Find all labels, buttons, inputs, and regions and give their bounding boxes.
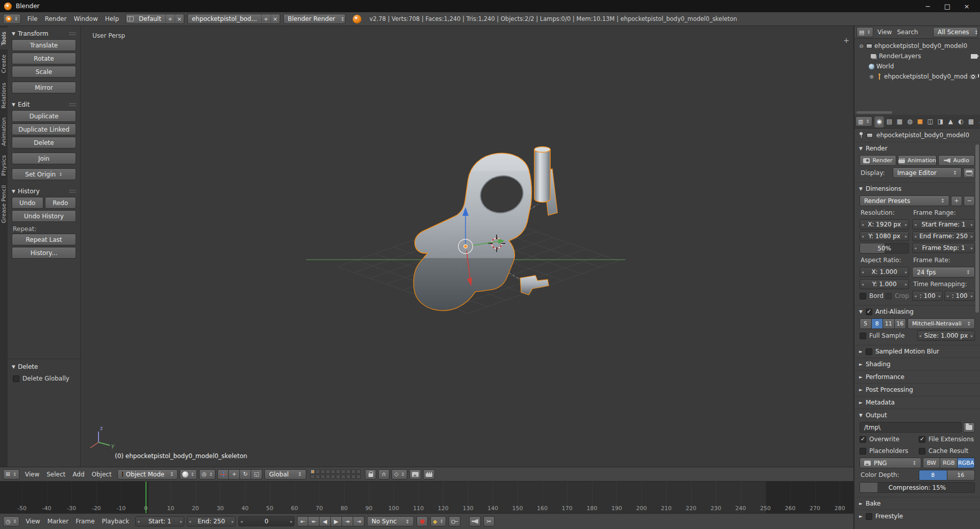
duplicate-linked-button[interactable]: Duplicate Linked xyxy=(12,123,76,135)
delete-globally-checkbox[interactable] xyxy=(13,375,19,382)
browse-folder-button[interactable] xyxy=(963,422,975,433)
panel-header-sampled-motion-blur[interactable]: ►Sampled Motion Blur xyxy=(854,345,980,358)
time-remap-new-field[interactable]: : 100 xyxy=(944,291,975,301)
panel-header-dimensions[interactable]: ▼ Dimensions xyxy=(854,183,980,195)
viewport-canvas[interactable]: z y xyxy=(0,26,853,467)
panel-header-shading[interactable]: ►Shading xyxy=(854,358,980,370)
properties-tab-modifiers[interactable]: ◨ xyxy=(936,116,945,128)
repeat-last-button[interactable]: Repeat Last xyxy=(12,234,76,245)
layer-toggle-4[interactable] xyxy=(326,469,330,474)
translate-manipulator-toggle[interactable]: + xyxy=(229,469,240,480)
scale-button[interactable]: Scale xyxy=(12,66,76,78)
layer-toggle-2[interactable] xyxy=(315,469,320,474)
duplicate-button[interactable]: Duplicate xyxy=(12,110,76,122)
start-frame-field[interactable]: Start: 1 xyxy=(135,516,184,526)
properties-tab-scene[interactable]: ▦ xyxy=(895,116,904,128)
end-frame-field[interactable]: End: 250 xyxy=(187,516,236,526)
layer-toggle-14[interactable] xyxy=(326,474,330,479)
pistol-barrel-cylinder[interactable] xyxy=(534,149,550,203)
drag-grip-icon[interactable] xyxy=(69,189,76,194)
menu-search[interactable]: Search xyxy=(894,27,920,37)
render-audio-button[interactable]: Audio xyxy=(938,155,975,166)
menu-render[interactable]: Render xyxy=(41,14,70,24)
properties-tab-particles[interactable]: ∴ xyxy=(976,116,980,128)
mirror-button[interactable]: Mirror xyxy=(12,82,76,93)
current-frame-indicator[interactable] xyxy=(145,482,146,513)
delete-scene-button[interactable]: × xyxy=(271,14,280,24)
menu-object[interactable]: Object xyxy=(88,469,115,480)
crop-checkbox[interactable] xyxy=(885,293,892,299)
layer-toggle-8[interactable] xyxy=(346,469,351,474)
delete-layout-button[interactable]: × xyxy=(175,14,184,24)
menu-frame[interactable]: Frame xyxy=(72,516,98,526)
full-sample-option[interactable]: Full Sample xyxy=(860,331,914,341)
operator-panel-header[interactable]: ▼ Delete xyxy=(8,360,80,372)
outliner-item-armature[interactable]: ⊕ ehpocketpistol_body0_mod xyxy=(855,71,979,82)
cache-result-checkbox[interactable] xyxy=(919,448,925,455)
full-sample-checkbox[interactable] xyxy=(860,333,866,339)
output-option-placeholders[interactable]: Placeholders xyxy=(860,446,916,456)
render-presets-select[interactable]: Render Presets xyxy=(860,195,949,206)
remove-preset-button[interactable]: − xyxy=(964,196,975,206)
properties-tab-data[interactable]: ▲ xyxy=(946,116,955,128)
pistol-model[interactable] xyxy=(408,147,557,317)
join-button[interactable]: Join xyxy=(12,153,76,164)
resolution-x-field[interactable]: X: 1920 px xyxy=(860,219,909,230)
selectability-icon[interactable] xyxy=(978,74,979,80)
properties-tab-material[interactable]: ◐ xyxy=(956,116,966,128)
opengl-render-button[interactable] xyxy=(409,469,421,480)
menu-select[interactable]: Select xyxy=(43,469,69,480)
keying-set-select[interactable]: ◆ xyxy=(430,516,446,526)
maximize-button[interactable]: □ xyxy=(938,1,957,11)
rotate-manipulator-toggle[interactable]: ↻ xyxy=(240,469,251,480)
history-button[interactable]: History... xyxy=(12,247,76,259)
aa-samples-5[interactable]: 5 xyxy=(860,318,872,329)
delete-button[interactable]: Delete xyxy=(12,137,76,148)
output-option-file-extensions[interactable]: File Extensions xyxy=(919,434,975,444)
screen-layout-selector[interactable]: Default + × xyxy=(126,14,184,24)
scale-manipulator-toggle[interactable]: ◱ xyxy=(251,469,262,480)
panel-header-anti-aliasing[interactable]: ▼ Anti-Aliasing xyxy=(854,306,980,318)
properties-tab-object[interactable]: ■ xyxy=(915,116,925,128)
filter-size-field[interactable]: Size: 1.000 px xyxy=(917,331,975,341)
panel-header-bake[interactable]: ►Bake xyxy=(854,497,980,510)
channels-rgb[interactable]: RGB xyxy=(940,458,958,468)
border-checkbox[interactable] xyxy=(860,293,866,299)
shelf-tab-physics[interactable]: Physics xyxy=(0,151,8,180)
undo-button[interactable]: Undo xyxy=(12,197,43,209)
timeline-ruler[interactable]: -50-40-30-20-100102030405060708090100110… xyxy=(0,481,853,513)
minimize-button[interactable]: − xyxy=(919,1,937,11)
pixel-filter-select[interactable]: Mitchell-Netravali xyxy=(908,318,975,329)
new-window-button[interactable] xyxy=(963,168,975,178)
renderable-icon[interactable] xyxy=(971,54,977,59)
frame-rate-select[interactable]: 24 fps xyxy=(912,267,975,278)
redo-button[interactable]: Redo xyxy=(45,197,77,209)
compression-slider[interactable]: Compression: 15% xyxy=(860,482,975,493)
layer-toggle-3[interactable] xyxy=(321,469,325,474)
orientation-select[interactable]: Global xyxy=(264,469,306,480)
color-depth-8[interactable]: 8 xyxy=(919,470,947,481)
opengl-render-anim-button[interactable] xyxy=(423,469,435,480)
layer-toggle-12[interactable] xyxy=(315,474,320,479)
render-button[interactable]: Render xyxy=(860,155,896,166)
audio-toggle-button[interactable] xyxy=(469,516,481,526)
menu-playback[interactable]: Playback xyxy=(99,516,133,526)
viewport-shading-select[interactable] xyxy=(180,469,198,480)
layer-toggle-20[interactable] xyxy=(356,474,361,479)
overwrite-checkbox[interactable] xyxy=(860,436,866,443)
scene-selector[interactable]: ehpocketpistol_bod... + × xyxy=(187,14,280,24)
snap-element-select[interactable]: ◇ xyxy=(391,469,407,480)
transport-jump-to-start[interactable]: ⇤ xyxy=(297,516,308,526)
layer-toggle-5[interactable] xyxy=(331,469,335,474)
editor-type-button[interactable]: ▥ xyxy=(855,116,872,127)
pistol-bracket-part[interactable] xyxy=(520,275,549,295)
delete-globally-option[interactable]: Delete Globally xyxy=(8,372,80,385)
freestyle-checkbox[interactable] xyxy=(866,513,872,520)
color-depth-16[interactable]: 16 xyxy=(947,470,975,481)
aspect-y-field[interactable]: Y: 1.000 xyxy=(860,279,909,289)
layer-toggle-19[interactable] xyxy=(351,474,356,479)
visibility-icon[interactable] xyxy=(970,74,976,79)
outliner-display-select[interactable]: All Scenes xyxy=(933,27,978,37)
start-frame-field[interactable]: Start Frame: 1 xyxy=(912,219,975,230)
render-display-select[interactable]: Image Editor xyxy=(893,167,962,178)
